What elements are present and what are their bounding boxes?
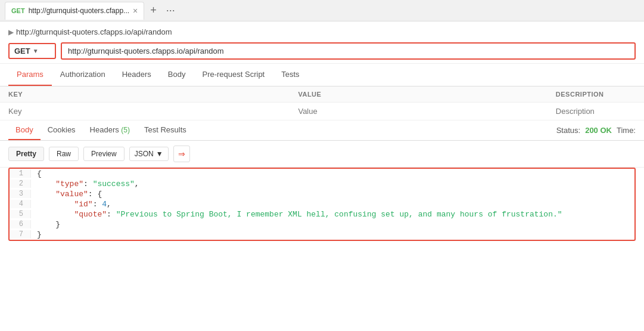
json-viewer: 1 { 2 "type": "success", 3 "value": { 4 …: [8, 168, 636, 241]
request-tabs-row: Params Authorization Headers Body Pre-re…: [0, 64, 644, 86]
time-label: Time:: [617, 126, 636, 135]
json-line-6: 6 }: [10, 219, 634, 230]
line-number: 5: [10, 210, 31, 218]
response-tabs-row: Body Cookies Headers (5) Test Results St…: [0, 120, 644, 141]
line-number: 6: [10, 220, 31, 228]
line-number: 2: [10, 180, 31, 188]
headers-badge: (5): [121, 126, 130, 134]
json-line-7: 7 }: [10, 230, 634, 240]
tab-headers[interactable]: Headers: [114, 64, 160, 86]
breadcrumb: ▶ http://gturnquist-quoters.cfapps.io/ap…: [8, 27, 636, 36]
json-line-4: 4 "id": 4,: [10, 199, 634, 209]
status-label: Status:: [556, 126, 580, 135]
tab-more-button[interactable]: ···: [163, 4, 179, 17]
status-area: Status: 200 OK Time:: [556, 126, 636, 135]
tab-method-badge: GET: [11, 7, 25, 14]
column-description: DESCRIPTION: [547, 86, 644, 103]
method-select[interactable]: GET ▼: [8, 43, 56, 59]
line-content: "type": "success",: [31, 180, 634, 188]
format-arrow-icon: ▼: [156, 150, 163, 158]
response-tab-body[interactable]: Body: [8, 120, 41, 140]
browser-tab[interactable]: GET http://gturnquist-quoters.cfapp... ×: [5, 2, 144, 20]
line-content: {: [31, 169, 634, 178]
wrap-icon: ⇒: [178, 149, 185, 159]
format-toolbar: Pretty Raw Preview JSON ▼ ⇒: [0, 141, 644, 168]
preview-button[interactable]: Preview: [83, 147, 125, 161]
line-content: }: [31, 230, 634, 239]
key-input[interactable]: [8, 107, 281, 116]
description-input[interactable]: [556, 107, 636, 116]
json-line-5: 5 "quote": "Previous to Spring Boot, I r…: [10, 209, 634, 219]
request-row: GET ▼: [8, 42, 636, 60]
tab-close-icon[interactable]: ×: [133, 6, 138, 16]
line-number: 4: [10, 200, 31, 208]
tab-bar: GET http://gturnquist-quoters.cfapp... ×…: [0, 0, 644, 21]
tab-tests[interactable]: Tests: [273, 64, 307, 86]
line-number: 7: [10, 230, 31, 239]
format-select[interactable]: JSON ▼: [129, 147, 169, 161]
json-line-2: 2 "type": "success",: [10, 179, 634, 189]
url-input[interactable]: [61, 42, 636, 60]
format-label: JSON: [135, 150, 154, 158]
method-dropdown-arrow-icon: ▼: [33, 48, 39, 54]
json-line-1: 1 {: [10, 169, 634, 179]
column-value: VALUE: [290, 86, 547, 103]
response-tab-headers[interactable]: Headers (5): [83, 120, 137, 140]
line-content: }: [31, 220, 634, 229]
tab-params[interactable]: Params: [8, 64, 52, 86]
raw-button[interactable]: Raw: [49, 147, 79, 161]
json-line-3: 3 "value": {: [10, 189, 634, 199]
status-value: 200 OK: [585, 126, 612, 135]
column-key: KEY: [0, 86, 290, 103]
value-input[interactable]: [298, 107, 539, 116]
tab-add-button[interactable]: +: [147, 4, 160, 17]
breadcrumb-text: http://gturnquist-quoters.cfapps.io/api/…: [16, 27, 172, 36]
response-tab-cookies[interactable]: Cookies: [41, 120, 83, 140]
tab-authorization[interactable]: Authorization: [52, 64, 114, 86]
line-content: "id": 4,: [31, 200, 634, 209]
pretty-button[interactable]: Pretty: [8, 147, 44, 161]
tab-title: http://gturnquist-quoters.cfapp...: [29, 7, 129, 15]
line-number: 1: [10, 169, 31, 178]
tab-pre-request-script[interactable]: Pre-request Script: [194, 64, 273, 86]
wrap-button[interactable]: ⇒: [173, 146, 190, 162]
line-number: 3: [10, 190, 31, 198]
params-table: KEY VALUE DESCRIPTION: [0, 86, 644, 120]
table-row: [0, 103, 644, 120]
response-tab-test-results[interactable]: Test Results: [137, 120, 194, 140]
line-content: "value": {: [31, 190, 634, 199]
url-bar-section: ▶ http://gturnquist-quoters.cfapps.io/ap…: [0, 21, 644, 64]
line-content: "quote": "Previous to Spring Boot, I rem…: [31, 210, 634, 219]
tab-body[interactable]: Body: [160, 64, 194, 86]
method-label: GET: [14, 47, 30, 55]
breadcrumb-arrow-icon: ▶: [8, 28, 14, 36]
